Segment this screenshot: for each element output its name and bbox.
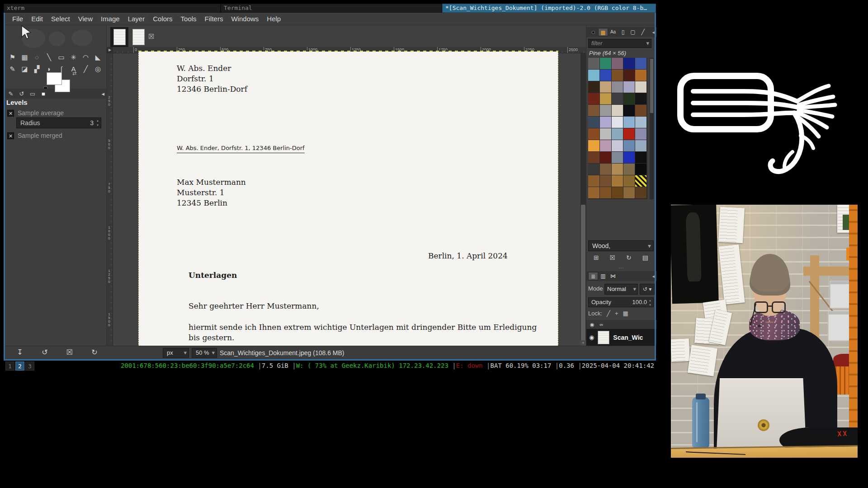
paths-tab-icon[interactable]: ⋈ (608, 272, 618, 280)
pattern-swatch[interactable] (635, 70, 646, 81)
pattern-swatch[interactable] (588, 140, 599, 151)
checkbox-icon[interactable]: ✕ (7, 110, 14, 117)
pattern-swatch[interactable] (623, 140, 635, 151)
menu-file[interactable]: File (8, 13, 27, 25)
layer-mode-dropdown[interactable]: Normal ▾ (604, 284, 638, 295)
chevron-down-icon[interactable]: ▾ (646, 39, 649, 47)
pattern-swatch[interactable] (588, 58, 599, 69)
pattern-swatch[interactable] (600, 70, 611, 81)
patterns-tab-icon[interactable]: ▩ (598, 28, 608, 36)
image-tab-current[interactable] (110, 27, 128, 47)
gradients-tab-icon[interactable]: ╱ (638, 28, 648, 36)
duplicate-pattern-icon[interactable]: ⊞ (594, 254, 599, 261)
scrollbar-thumb[interactable] (581, 205, 585, 345)
lock-alpha-icon[interactable]: ▦ (623, 310, 628, 317)
document-history-tab-icon[interactable]: ▯ (618, 28, 628, 36)
pattern-swatch[interactable] (600, 140, 611, 151)
fg-swatch-icon[interactable]: ■ (38, 90, 49, 97)
pattern-swatch[interactable] (612, 93, 623, 104)
delete-icon[interactable]: ☒ (64, 348, 75, 357)
pattern-swatch[interactable] (623, 152, 635, 163)
tab-xterm[interactable]: xterm (4, 4, 221, 13)
fonts-tab-icon[interactable]: Aa (608, 28, 618, 36)
tab-terminal[interactable]: Terminal (221, 4, 442, 13)
pattern-grid-scrollbar[interactable] (650, 58, 654, 199)
pattern-swatch[interactable] (623, 187, 635, 198)
pattern-swatch[interactable] (612, 105, 623, 116)
pattern-swatch[interactable] (623, 70, 635, 81)
brushes-tab-icon[interactable]: ● (588, 28, 598, 36)
pattern-swatch[interactable] (623, 58, 635, 69)
free-select-tool-icon[interactable]: ◌ (31, 52, 43, 63)
pattern-swatch[interactable] (588, 105, 599, 116)
pattern-swatch[interactable] (600, 93, 611, 104)
pattern-swatch[interactable] (612, 140, 623, 151)
pattern-swatch[interactable] (588, 81, 599, 93)
workspace-3[interactable]: 3 (25, 361, 34, 371)
pattern-category-dropdown[interactable]: Wood, ▾ (588, 240, 654, 251)
paintbrush-tool-icon[interactable]: ✎ (6, 63, 19, 75)
redo-icon[interactable]: ↻ (89, 348, 100, 357)
mode-reset-button[interactable]: ↺ ▾ (640, 284, 655, 295)
checkbox-icon[interactable]: ✕ (7, 132, 14, 139)
close-image-icon[interactable]: ☒ (148, 33, 154, 41)
pattern-swatch[interactable] (588, 164, 599, 175)
pattern-swatch[interactable] (612, 81, 623, 93)
undo-icon[interactable]: ↺ (39, 348, 50, 357)
align-tool-icon[interactable]: ⚑ (6, 52, 19, 63)
pattern-swatch[interactable] (588, 152, 599, 163)
delete-pattern-icon[interactable]: ☒ (610, 254, 616, 261)
pattern-swatch[interactable] (588, 128, 599, 140)
pattern-swatch[interactable] (623, 93, 635, 104)
pattern-swatch[interactable] (588, 187, 599, 198)
scrollbar-thumb[interactable] (650, 59, 653, 113)
vertical-ruler[interactable]: 250500750100012501500 (107, 53, 113, 346)
menu-help[interactable]: Help (263, 13, 285, 25)
pattern-swatch[interactable] (612, 175, 623, 187)
foreground-color-swatch[interactable] (47, 72, 62, 85)
ruler-menu-button[interactable]: ▶ (107, 47, 113, 53)
pattern-swatch[interactable] (635, 164, 646, 175)
palettes-tab-icon[interactable]: ▢ (628, 28, 638, 36)
pattern-swatch[interactable] (623, 81, 635, 93)
tab-gimp-document[interactable]: *[Scan_Wichtiges_Dokument] (imported)-2.… (442, 4, 656, 13)
layer-row[interactable]: ◉ Scan_Wic (586, 329, 656, 346)
vertical-scrollbar[interactable] (580, 53, 586, 346)
pattern-swatch[interactable] (612, 187, 623, 198)
pattern-swatch[interactable] (623, 105, 635, 116)
menu-select[interactable]: Select (47, 13, 74, 25)
tool-options-icon[interactable]: ✎ (5, 90, 16, 97)
clone-tool-icon[interactable]: ▞ (31, 63, 43, 75)
pattern-swatch[interactable] (588, 70, 599, 81)
lock-pixels-icon[interactable]: ╱ (607, 310, 610, 317)
layers-tab-icon[interactable]: ≣ (588, 272, 598, 280)
pattern-swatch[interactable] (612, 152, 623, 163)
menu-tools[interactable]: Tools (177, 13, 201, 25)
pattern-filter-input[interactable]: filter ▾ (588, 39, 651, 48)
swap-colors-icon[interactable]: ⇄ (72, 70, 76, 76)
pattern-swatch[interactable] (635, 58, 646, 69)
pattern-swatch[interactable] (600, 152, 611, 163)
channels-tab-icon[interactable]: ▥ (598, 272, 608, 280)
pattern-swatch[interactable] (635, 105, 646, 116)
pattern-swatch[interactable] (635, 140, 646, 151)
pattern-swatch[interactable] (612, 164, 623, 175)
pattern-swatch[interactable] (635, 128, 646, 140)
zoom-dropdown[interactable]: 50 % ▾ (192, 348, 217, 358)
eraser-tool-icon[interactable]: ◪ (19, 63, 31, 75)
zoom-tool-icon[interactable]: ◎ (92, 63, 104, 75)
opacity-slider[interactable]: Opacity 100.0 ▴▾ (588, 297, 654, 307)
pattern-swatch[interactable] (600, 117, 611, 128)
pattern-swatch[interactable] (635, 187, 646, 198)
menu-colors[interactable]: Colors (149, 13, 176, 25)
pattern-swatch[interactable] (623, 117, 635, 128)
fuzzy-select-tool-icon[interactable]: ╲ (43, 52, 55, 63)
bucket-fill-tool-icon[interactable]: ◣ (92, 52, 104, 63)
menu-view[interactable]: View (74, 13, 97, 25)
sample-merged-option[interactable]: ✕ Sample merged (7, 132, 62, 139)
refresh-patterns-icon[interactable]: ↻ (626, 254, 632, 261)
workspace-2[interactable]: 2 (15, 361, 24, 371)
pattern-swatch[interactable] (588, 175, 599, 187)
pattern-swatch[interactable] (635, 93, 646, 104)
sample-average-option[interactable]: ✕ Sample average (7, 109, 64, 117)
